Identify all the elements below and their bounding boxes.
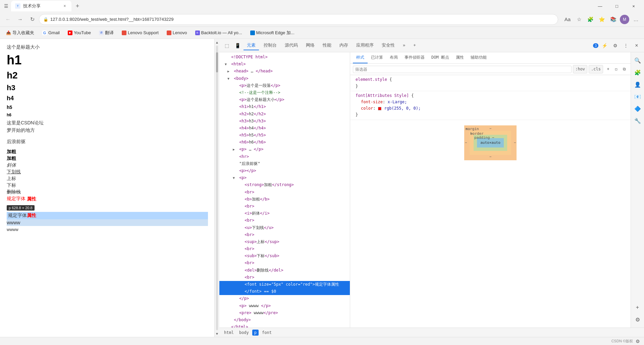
close-button[interactable]: × xyxy=(626,1,641,11)
devtools-tab-more[interactable]: » xyxy=(399,41,409,50)
html-line-pre[interactable]: <pre> wwww</pre> xyxy=(219,309,350,317)
html-line-p1[interactable]: <p>这个是一段落</p> xyxy=(219,82,350,89)
rsb-puzzle-icon[interactable]: 🔷 xyxy=(632,103,643,114)
rsb-plus-icon[interactable]: + xyxy=(632,302,643,313)
html-line-p-close[interactable]: </p> xyxy=(219,295,350,302)
bookmark-youtube[interactable]: ▶ YouTube xyxy=(66,30,93,36)
tab-close-button[interactable]: × xyxy=(62,3,67,9)
html-line-h4[interactable]: <h4>h4</h4> xyxy=(219,125,350,132)
breadcrumb-p[interactable]: p xyxy=(252,330,259,336)
bookmark-lenovo[interactable]: Lenovo xyxy=(165,30,189,36)
devtools-tab-network[interactable]: 网络 xyxy=(303,41,318,50)
bookmark-icon[interactable]: ☆ xyxy=(574,14,584,25)
html-line-html-open[interactable]: <html> xyxy=(219,61,350,68)
html-line-sub[interactable]: <sub>下标</sub> xyxy=(219,252,350,260)
profile-icon[interactable]: M xyxy=(619,14,630,25)
rsb-settings-icon[interactable]: ⚙ xyxy=(632,314,643,325)
settings-icon[interactable]: … xyxy=(631,14,641,25)
bookmark-gmail[interactable]: G Gmail xyxy=(40,30,62,36)
devtools-tab-sources[interactable]: 源代码 xyxy=(281,41,301,50)
html-line-head[interactable]: <head> … </head> xyxy=(219,68,350,75)
new-tab-button[interactable]: + xyxy=(73,1,82,11)
styles-tab-layout[interactable]: 布局 xyxy=(386,52,401,63)
html-line-body-close[interactable]: </body> xyxy=(219,317,350,324)
styles-add-icon[interactable]: + xyxy=(604,66,612,73)
devtools-close-button[interactable]: × xyxy=(632,41,641,50)
scroll-down-arrow[interactable]: ▼ xyxy=(215,332,219,336)
html-line-font-close-selected[interactable]: </font> == $0 xyxy=(219,288,350,295)
html-line-i[interactable]: <i>斜体</i> xyxy=(219,210,350,217)
devtools-share-icon[interactable]: ⚡ xyxy=(600,41,609,50)
styles-tab-styles[interactable]: 样式 xyxy=(353,52,368,63)
html-line-br6[interactable]: <br> xyxy=(219,260,350,267)
styles-tab-accessibility[interactable]: 辅助功能 xyxy=(467,52,490,63)
styles-filter-input[interactable] xyxy=(353,66,572,73)
html-line-h5[interactable]: <h5>h5</h5> xyxy=(219,132,350,139)
styles-inspect-icon[interactable]: ◻ xyxy=(612,66,620,73)
html-line-b[interactable]: <b>加粗</b> xyxy=(219,196,350,203)
html-line-br7[interactable]: <br> xyxy=(219,274,350,281)
html-line-h6[interactable]: <h6>h6</h6> xyxy=(219,139,350,146)
html-line-font-selected[interactable]: <font size="5px" color="red">规定字体属性 xyxy=(219,281,350,288)
devtools-settings-icon[interactable]: ⚙ xyxy=(610,41,620,50)
html-line-p-open[interactable]: <p> xyxy=(219,174,350,181)
bookmark-lenovo-support[interactable]: Lenovo Support xyxy=(120,30,161,36)
minimize-button[interactable]: — xyxy=(592,1,608,11)
html-line-houlang-text[interactable]: "后浪前驱" xyxy=(219,160,350,167)
scroll-track[interactable] xyxy=(216,46,218,330)
styles-tab-dom-breakpoints[interactable]: DOM 断点 xyxy=(428,52,452,63)
rsb-search-icon[interactable]: 🔍 xyxy=(632,55,643,66)
devtools-tab-security[interactable]: 安全性 xyxy=(378,41,398,50)
rsb-tools-icon[interactable]: 🔧 xyxy=(632,115,643,126)
styles-tab-properties[interactable]: 属性 xyxy=(452,52,467,63)
styles-hov-button[interactable]: :hov xyxy=(573,65,587,73)
html-line-br2[interactable]: <br> xyxy=(219,203,350,210)
html-line-p-collapsed[interactable]: <p> … </p> xyxy=(219,146,350,153)
active-tab[interactable]: T 技术分享 × xyxy=(11,1,71,11)
html-line-p2[interactable]: <p>这个是标题大小</p> xyxy=(219,96,350,103)
html-line-p-empty[interactable]: <p></p> xyxy=(219,167,350,174)
back-button[interactable]: ← xyxy=(3,14,13,25)
styles-tab-event-listeners[interactable]: 事件侦听器 xyxy=(401,52,428,63)
devtools-tab-console[interactable]: 控制台 xyxy=(260,41,280,50)
color-swatch-red[interactable] xyxy=(378,107,381,110)
forward-button[interactable]: → xyxy=(15,14,25,25)
html-line-strong[interactable]: <strong>加粗</strong> xyxy=(219,181,350,188)
devtools-tab-memory[interactable]: 内存 xyxy=(336,41,352,50)
html-line-del[interactable]: <del>删除线</del> xyxy=(219,267,350,274)
devtools-tab-elements[interactable]: 元素 xyxy=(244,41,259,50)
scroll-up-arrow[interactable]: ▲ xyxy=(215,40,219,44)
extensions-icon[interactable]: 🧩 xyxy=(585,14,596,25)
breadcrumb-html[interactable]: html xyxy=(222,330,236,336)
favorites-icon[interactable]: ⭐ xyxy=(596,14,607,25)
devtools-cursor-icon[interactable]: ⬚ xyxy=(222,41,231,50)
html-line-u[interactable]: <u>下划线</u> xyxy=(219,224,350,231)
refresh-button[interactable]: ↻ xyxy=(27,14,38,25)
html-line-h3[interactable]: <h3>h3</h3> xyxy=(219,118,350,125)
maximize-button[interactable]: □ xyxy=(609,1,625,11)
bookmark-import[interactable]: 📥 导入收藏夹 xyxy=(4,29,36,37)
html-line-doctype[interactable]: <!DOCTYPE html> xyxy=(219,54,350,61)
html-line-br3[interactable]: <br> xyxy=(219,217,350,224)
bookmark-backtoit[interactable]: B Backtolt.io — All yo... xyxy=(193,30,244,36)
devtools-more-icon[interactable]: ⋮ xyxy=(621,41,631,50)
html-line-h2[interactable]: <h2>h2</h2> xyxy=(219,111,350,118)
html-line-br5[interactable]: <br> xyxy=(219,245,350,252)
devtools-tab-application[interactable]: 应用程序 xyxy=(353,41,377,50)
address-bar[interactable]: 🔒 127.0.0.1:8020/web_test/web_test.html?… xyxy=(39,14,558,25)
bookmark-fanyi[interactable]: 译 翻译 xyxy=(97,29,116,37)
rsb-user-icon[interactable]: 👤 xyxy=(632,79,643,90)
bookmark-msedge[interactable]: Microsoft Edge 加... xyxy=(248,29,297,37)
rsb-extensions-icon[interactable]: 🧩 xyxy=(632,67,643,78)
html-line-hr[interactable]: <hr> xyxy=(219,153,350,160)
rsb-outlook-icon[interactable]: 📧 xyxy=(632,91,643,102)
translate-icon[interactable]: Aa xyxy=(562,14,573,25)
html-line-html-close[interactable]: </html> xyxy=(219,324,350,328)
html-line-p-wwww[interactable]: <p> wwww </p> xyxy=(219,302,350,309)
breadcrumb-font[interactable]: font xyxy=(260,330,274,336)
styles-tab-computed[interactable]: 已计算 xyxy=(368,52,386,63)
html-line-br1[interactable]: <br> xyxy=(219,189,350,196)
page-scrollbar[interactable]: ▲ ▼ xyxy=(215,39,219,337)
devtools-tab-performance[interactable]: 性能 xyxy=(319,41,335,50)
collections-icon[interactable]: 📚 xyxy=(608,14,619,25)
